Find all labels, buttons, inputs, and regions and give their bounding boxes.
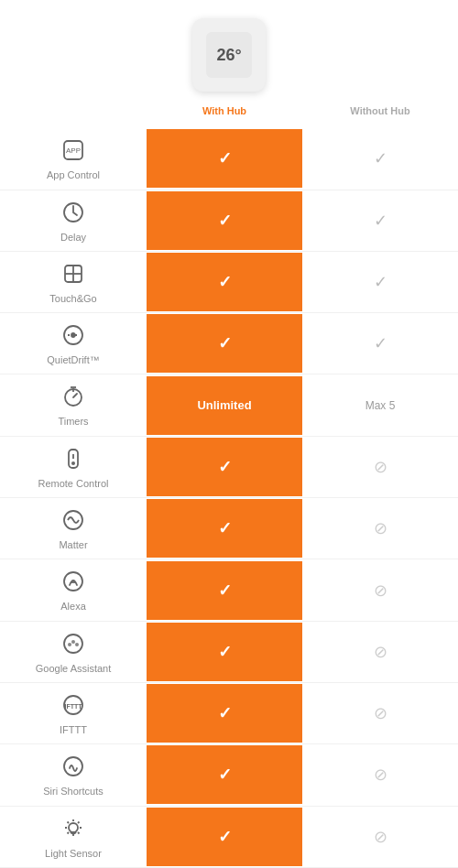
feature-label-alexa: Alexa	[60, 600, 86, 613]
table-row: Alexa✓⊘	[0, 559, 458, 621]
no-icon: ⊘	[374, 827, 387, 847]
svg-line-32	[78, 832, 80, 834]
svg-text:APP: APP	[66, 146, 81, 155]
no-icon: ⊘	[374, 580, 387, 601]
without-hub-value-light: ⊘	[302, 808, 458, 866]
svg-line-34	[68, 832, 70, 834]
feature-label-timers: Timers	[58, 415, 88, 428]
svg-line-31	[68, 821, 70, 823]
feature-cell-alexa: Alexa	[0, 559, 147, 620]
table-row: TimersUnlimitedMax 5	[0, 374, 458, 436]
without-hub-value-timers: Max 5	[302, 376, 458, 435]
check-icon: ✓	[218, 580, 232, 601]
table-row: Matter✓⊘	[0, 498, 458, 559]
table-row: Touch&Go✓✓	[0, 252, 458, 313]
alexa-icon	[59, 567, 88, 596]
header-area: 26°	[0, 0, 458, 101]
svg-point-22	[75, 643, 79, 646]
feature-label-remote: Remote Control	[38, 477, 108, 490]
feature-cell-remote: Remote Control	[0, 437, 147, 497]
with-hub-value-quiet_drift: ✓	[147, 314, 302, 373]
with-hub-value-siri: ✓	[147, 745, 302, 804]
remote-icon	[59, 444, 88, 473]
table-row: Delay✓✓	[0, 190, 458, 252]
check-icon-gray: ✓	[374, 211, 387, 231]
feature-label-app: App Control	[47, 168, 100, 181]
check-icon: ✓	[218, 642, 232, 662]
check-icon-gray: ✓	[374, 272, 387, 292]
page-wrapper: 26° With Hub Without Hub APP App Control…	[0, 0, 458, 868]
svg-point-21	[71, 640, 75, 644]
without-hub-value-quiet_drift: ✓	[302, 314, 458, 373]
feature-cell-google: Google Assistant	[0, 622, 147, 682]
check-icon: ✓	[218, 703, 232, 723]
with-hub-value-ifttt: ✓	[147, 684, 302, 743]
google-icon	[59, 629, 88, 658]
feature-cell-quiet_drift: QuietDrift™	[0, 313, 147, 374]
check-icon: ✓	[218, 211, 232, 231]
check-icon-gray: ✓	[374, 333, 387, 353]
with-hub-value-timers: Unlimited	[147, 376, 302, 435]
table-row: Remote Control✓⊘	[0, 437, 458, 498]
feature-label-light: Light Sensor	[45, 847, 102, 860]
no-icon: ⊘	[374, 518, 387, 538]
feature-label-touch_go: Touch&Go	[49, 292, 96, 305]
without-hub-value-ifttt: ⊘	[302, 684, 458, 743]
without-hub-value-matter: ⊘	[302, 499, 458, 558]
device-screen: 26°	[206, 32, 252, 78]
check-icon: ✓	[218, 272, 232, 292]
feature-cell-app: APP App Control	[0, 128, 147, 189]
with-hub-header: With Hub	[147, 101, 302, 121]
no-icon: ⊘	[374, 703, 387, 723]
table-row: APP App Control✓✓	[0, 128, 458, 190]
no-icon: ⊘	[374, 765, 387, 785]
feature-label-ifttt: IFTTT	[60, 723, 87, 736]
table-row: QuietDrift™✓✓	[0, 313, 458, 374]
without-hub-value-touch_go: ✓	[302, 253, 458, 311]
svg-text:IFTTT: IFTTT	[64, 703, 82, 710]
svg-point-26	[69, 823, 78, 832]
with-hub-value-matter: ✓	[147, 499, 302, 558]
svg-point-17	[64, 572, 82, 591]
without-hub-value-google: ⊘	[302, 623, 458, 681]
without-hub-header: Without Hub	[302, 101, 458, 121]
feature-cell-siri: Siri Shortcuts	[0, 744, 147, 805]
quiet_drift-icon	[59, 320, 88, 350]
feature-label-google: Google Assistant	[36, 662, 112, 675]
feature-cell-timers: Timers	[0, 374, 147, 435]
feature-label-delay: Delay	[60, 231, 86, 244]
with-hub-value-app: ✓	[147, 129, 302, 188]
check-icon: ✓	[218, 333, 232, 353]
siri-icon	[59, 752, 88, 781]
table-row: IFTTT IFTTT✓⊘	[0, 683, 458, 744]
with-hub-value-google: ✓	[147, 623, 302, 681]
with-hub-value-light: ✓	[147, 808, 302, 866]
feature-label-siri: Siri Shortcuts	[43, 785, 103, 797]
without-hub-value-app: ✓	[302, 129, 458, 188]
touch_go-icon	[59, 259, 88, 288]
without-hub-value-delay: ✓	[302, 191, 458, 250]
with-hub-value-delay: ✓	[147, 191, 302, 250]
timers-icon	[59, 382, 88, 411]
with-hub-value-alexa: ✓	[147, 561, 302, 620]
svg-point-14	[71, 461, 75, 465]
table-row: Light Sensor✓⊘	[0, 807, 458, 868]
check-icon: ✓	[218, 457, 232, 477]
app-icon: APP	[59, 136, 88, 165]
check-icon: ✓	[218, 765, 232, 785]
matter-icon	[59, 505, 88, 535]
without-hub-value-siri: ⊘	[302, 745, 458, 804]
device-temperature: 26°	[216, 46, 241, 65]
feature-label-matter: Matter	[59, 538, 87, 551]
device-image: 26°	[192, 18, 266, 92]
ifttt-icon: IFTTT	[59, 690, 88, 720]
without-hub-value-remote: ⊘	[302, 438, 458, 496]
check-icon: ✓	[218, 827, 232, 847]
svg-point-8	[71, 333, 75, 337]
no-icon: ⊘	[374, 642, 387, 662]
check-icon: ✓	[218, 148, 232, 168]
feature-cell-matter: Matter	[0, 498, 147, 559]
with-hub-value-touch_go: ✓	[147, 253, 302, 311]
table-row: Google Assistant✓⊘	[0, 622, 458, 683]
without-hub-value-alexa: ⊘	[302, 561, 458, 620]
